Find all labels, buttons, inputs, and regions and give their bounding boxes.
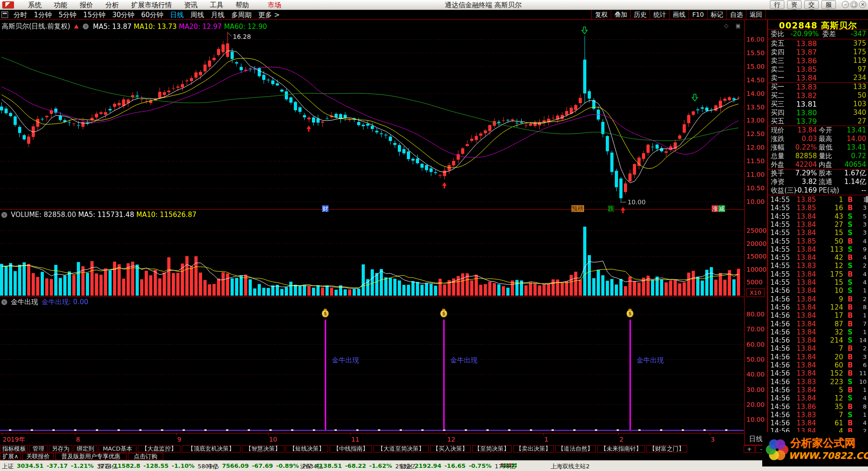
volume-values: VOLUME: 82858.00 MA5: 115731.48 MA10: 11…	[11, 211, 197, 219]
tab-【短线决策】[interactable]: 【短线决策】	[286, 445, 328, 452]
tab-【财富之门】[interactable]: 【财富之门】	[646, 445, 687, 452]
tab-【卖出决策】[interactable]: 【卖出决策】	[513, 445, 554, 452]
event-badge[interactable]: 预榜	[571, 205, 584, 212]
order-book-row: 卖三13.86119	[768, 57, 868, 65]
period-tab-月线[interactable]: 月线	[211, 11, 224, 19]
time-axis-label: 8	[76, 436, 80, 443]
tool-历史[interactable]: 历史	[630, 10, 650, 19]
close-button[interactable]: ×	[859, 1, 866, 8]
tool-标记[interactable]: 标记	[707, 10, 726, 19]
quote-info-row: 换手7.29%股本1.67亿	[768, 169, 868, 178]
quote-info-row: 总量82858量比0.72	[768, 152, 868, 160]
main-chart-canvas[interactable]	[0, 20, 744, 433]
tab-另存为[interactable]: 另存为	[49, 445, 72, 452]
order-book-row: 买二13.8250	[768, 91, 868, 100]
top-button-资讯[interactable]: 资讯	[787, 0, 802, 9]
collapse-chevron-icon[interactable]: ∨	[83, 24, 89, 29]
indicator-axis-label: 30.00	[746, 386, 764, 393]
tool-复权[interactable]: 复权	[591, 10, 611, 19]
tab-绑定到[interactable]: 绑定到	[74, 445, 97, 452]
time-axis-label: 10	[269, 436, 277, 443]
tick-row: 14:5613.8417B1	[768, 311, 868, 320]
period-tab-60分钟[interactable]: 60分钟	[141, 11, 163, 19]
index-quote-创业: 创业2192.94-16.65-0.75%1798亿	[400, 462, 515, 471]
titlebar: 系统功能报价分析扩展市场行情资讯工具帮助市场 通达信金融终端 高斯贝尔 行情资讯…	[0, 0, 868, 10]
tick-row: 14:5613.8432S1	[768, 328, 868, 336]
tick-row: 14:5613.837S1	[768, 411, 868, 419]
pane-corner-icons[interactable]: ◇ ▣	[724, 23, 743, 29]
quote-info-row: 涨跌0.03最高14.00	[768, 135, 868, 143]
collapse-chevron-icon[interactable]: ∨	[1, 299, 7, 305]
tab-【买入决策】[interactable]: 【买入决策】	[430, 445, 471, 452]
period-tab-更多 >[interactable]: 更多 >	[258, 11, 279, 19]
tab-扩展∧[interactable]: 扩展∧	[0, 453, 21, 460]
price-axis-label: 13.00	[746, 117, 764, 124]
tool-F10[interactable]: F10	[689, 10, 707, 19]
restore-button[interactable]: □	[850, 1, 858, 8]
event-badge[interactable]: 涨减	[712, 205, 725, 212]
zoom-in-button[interactable]: +	[744, 445, 755, 453]
tab-点击订购[interactable]: 点击订购	[128, 453, 163, 460]
volume-axis-label: 25000	[746, 227, 767, 234]
tool-返回[interactable]: 返回	[746, 10, 766, 19]
menu-资讯[interactable]: 资讯	[184, 1, 198, 9]
tab-普及版新用户专享优惠[interactable]: 普及版新用户专享优惠	[55, 453, 127, 460]
tab-关联报价[interactable]: 关联报价	[22, 453, 54, 460]
tab-【至简决策】[interactable]: 【至简决策】	[472, 445, 512, 452]
menu-分析[interactable]: 分析	[105, 1, 119, 9]
period-tab-周线[interactable]: 周线	[190, 11, 204, 19]
menu-系统[interactable]: 系统	[28, 1, 42, 9]
tab-【大盘监控】[interactable]: 【大盘监控】	[138, 445, 180, 452]
tick-row: 14:5613.8460B6	[768, 361, 868, 369]
tick-row: 14:5513.84175B4	[768, 270, 868, 278]
quote-info-row: 现价13.84今开13.41	[768, 126, 868, 135]
menu-market[interactable]: 市场	[268, 1, 281, 9]
tab-【未来指南针】[interactable]: 【未来指南针】	[597, 445, 645, 452]
tdx-terminal-window: 系统功能报价分析扩展市场行情资讯工具帮助市场 通达信金融终端 高斯贝尔 行情资讯…	[0, 0, 868, 471]
tab-指标模板[interactable]: 指标模板	[0, 445, 28, 452]
tool-自选[interactable]: 自选	[726, 10, 746, 19]
tab-【中线指南】[interactable]: 【中线指南】	[330, 445, 372, 452]
minimize-button[interactable]: –	[842, 1, 849, 8]
tick-scrollbar[interactable]	[866, 196, 868, 203]
tab-管理[interactable]: 管理	[29, 445, 47, 452]
menu-功能[interactable]: 功能	[54, 1, 67, 9]
event-badge[interactable]: 跌	[608, 205, 614, 212]
index-quote-深证: 深证11582.8-128.55-1.10%5801亿	[99, 462, 218, 471]
tool-画线[interactable]: 画线	[669, 10, 689, 19]
menu-帮助[interactable]: 帮助	[236, 1, 249, 9]
tab-【智慧决策】[interactable]: 【智慧决策】	[242, 445, 284, 452]
server-name[interactable]: 上海双线主站2	[551, 462, 590, 471]
period-tab-分时[interactable]: 分时	[14, 11, 27, 19]
period-tab-15分钟[interactable]: 15分钟	[83, 11, 105, 19]
tool-统计[interactable]: 统计	[650, 10, 669, 19]
top-button-行情[interactable]: 行情	[770, 0, 784, 9]
price-axis-column: X10 16.0015.5015.0014.5014.0013.5013.001…	[744, 20, 767, 433]
menu-报价[interactable]: 报价	[80, 1, 93, 9]
time-axis-tick	[350, 433, 351, 435]
tick-row: 14:5513.8312S2	[768, 262, 868, 270]
period-tab-30分钟[interactable]: 30分钟	[112, 11, 134, 19]
tab-【大道至简决策】[interactable]: 【大道至简决策】	[373, 445, 429, 452]
tab-MACD基本[interactable]: MACD基本	[99, 445, 137, 452]
tool-叠加[interactable]: 叠加	[611, 10, 630, 19]
period-tab-5分钟[interactable]: 5分钟	[59, 11, 77, 19]
period-tab-日线[interactable]: 日线	[170, 11, 184, 19]
tick-row: 14:5513.8516B3	[768, 204, 868, 212]
time-axis-label: 11	[351, 436, 359, 443]
tab-【顶底玄机决策】[interactable]: 【顶底玄机决策】	[182, 445, 241, 452]
menu-扩展市场行情[interactable]: 扩展市场行情	[131, 1, 172, 9]
collapse-chevron-icon[interactable]: ∨	[1, 212, 7, 218]
menu-工具[interactable]: 工具	[210, 1, 223, 9]
top-button-服务[interactable]: 服务	[821, 0, 836, 9]
period-tab-1分钟[interactable]: 1分钟	[34, 11, 52, 19]
price-axis-label: 12.00	[746, 144, 764, 151]
top-button-交易[interactable]: 交易	[804, 0, 819, 9]
money-bag-icon: $	[322, 310, 329, 317]
tab-【道法自然】[interactable]: 【道法自然】	[555, 445, 596, 452]
period-tab-多周期[interactable]: 多周期	[231, 11, 251, 19]
event-badge[interactable]: 财	[322, 205, 329, 212]
logo-petal	[775, 439, 785, 449]
price-axis-label: 15.00	[746, 63, 764, 70]
layout-icon[interactable]	[1, 11, 8, 18]
